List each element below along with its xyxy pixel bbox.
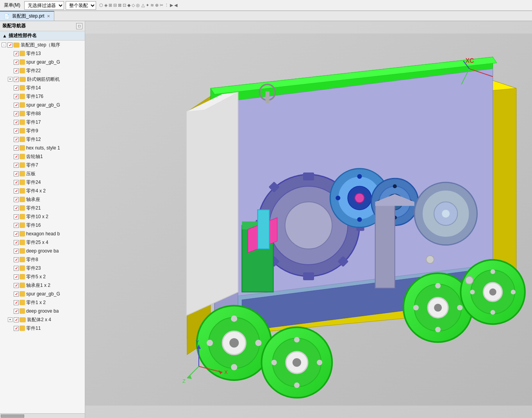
menu-menu[interactable]: 菜单(M)	[2, 1, 23, 9]
tree-checkbox[interactable]	[14, 283, 19, 288]
tree-item[interactable]: 零件23	[0, 264, 85, 272]
tree-checkbox[interactable]	[14, 231, 19, 237]
tree-checkbox[interactable]	[14, 257, 19, 262]
tree-checkbox[interactable]	[14, 180, 19, 185]
tree-checkbox[interactable]	[14, 68, 19, 73]
tree-item[interactable]: 齿轮轴1	[0, 152, 85, 161]
tree-checkbox[interactable]	[14, 154, 19, 159]
tree-item-label: 零件22	[26, 68, 41, 74]
tree-item[interactable]: 零件1 x 2	[0, 298, 85, 307]
machine-viewport-svg: XC X Y Z	[85, 21, 532, 418]
tree-item-label: deep groove ba	[26, 308, 59, 314]
tree-checkbox[interactable]	[14, 292, 19, 297]
left-scrollbar[interactable]	[0, 413, 85, 418]
tree-checkbox[interactable]	[14, 326, 19, 331]
svg-point-40	[442, 210, 450, 217]
tree-item-label: 零件9	[26, 128, 38, 134]
expand-button[interactable]: -	[2, 43, 6, 47]
tree-item[interactable]: -装配图_step（顺序	[0, 41, 85, 49]
svg-point-82	[511, 290, 516, 294]
panel-minimize-button[interactable]: □	[76, 23, 82, 29]
tree-checkbox[interactable]	[14, 223, 19, 228]
tree-item[interactable]: hexagon head b	[0, 229, 85, 238]
tree-checkbox[interactable]	[14, 60, 19, 65]
tree-item[interactable]: 零件22	[0, 66, 85, 75]
gear-icon	[20, 102, 25, 108]
tree-item[interactable]: 轴承座1 x 2	[0, 281, 85, 290]
tab-close-button[interactable]: ✕	[47, 14, 50, 18]
tree-item[interactable]: 零件25 x 4	[0, 238, 85, 247]
tree-item-label: 零件12	[26, 136, 41, 143]
tree-checkbox[interactable]	[14, 85, 19, 91]
tree-checkbox[interactable]	[14, 197, 19, 202]
tree-checkbox[interactable]	[14, 51, 19, 56]
tree-item[interactable]: deep groove ba	[0, 307, 85, 315]
tree-item-label: 零件13	[26, 50, 41, 57]
tree-item[interactable]: 零件10 x 2	[0, 212, 85, 221]
tree-checkbox[interactable]	[14, 128, 19, 133]
tree-checkbox[interactable]	[14, 300, 19, 305]
tree-item[interactable]: deep groove ba	[0, 247, 85, 255]
tree-item[interactable]: 零件16	[0, 221, 85, 229]
tree-item[interactable]: 零件4 x 2	[0, 187, 85, 195]
tree-checkbox[interactable]	[14, 240, 19, 245]
tree-checkbox[interactable]	[7, 43, 12, 48]
gear-icon	[20, 283, 25, 288]
scope-select[interactable]: 整个装配	[66, 1, 96, 10]
tree-item[interactable]: 零件7	[0, 161, 85, 169]
tree-item[interactable]: 压板	[0, 169, 85, 178]
tree-item[interactable]: 零件176	[0, 92, 85, 101]
svg-text:XC: XC	[465, 57, 474, 64]
tree-container[interactable]: -装配图_step（顺序零件13spur gear_gb_G零件22+卧式钢筋切…	[0, 41, 85, 413]
tree-item[interactable]: 零件11	[0, 324, 85, 333]
tree-item[interactable]: 零件5 x 2	[0, 272, 85, 281]
gear-icon	[20, 68, 25, 73]
expand-button[interactable]: +	[8, 77, 12, 82]
tree-item[interactable]: spur gear_gb_G	[0, 58, 85, 66]
tree-item[interactable]: 零件8	[0, 255, 85, 264]
gear-icon	[20, 231, 25, 237]
tree-item[interactable]: spur gear_gb_G	[0, 101, 85, 109]
filter-select[interactable]: 无选择过滤器	[24, 1, 64, 10]
tree-checkbox[interactable]	[14, 94, 19, 99]
scrollbar-thumb[interactable]	[1, 414, 24, 418]
tree-checkbox[interactable]	[14, 249, 19, 254]
tree-checkbox[interactable]	[14, 274, 19, 279]
tree-item[interactable]: 零件14	[0, 84, 85, 92]
tree-checkbox[interactable]	[14, 317, 19, 322]
tree-checkbox[interactable]	[14, 103, 19, 108]
tree-item[interactable]: spur gear_gb_G	[0, 290, 85, 298]
svg-point-79	[491, 269, 495, 274]
tree-checkbox[interactable]	[14, 266, 19, 271]
tree-checkbox[interactable]	[14, 77, 19, 82]
tree-item[interactable]: 零件13	[0, 49, 85, 58]
tree-item[interactable]: hex nuts, style 1	[0, 144, 85, 152]
tree-item[interactable]: +装配体2 x 4	[0, 315, 85, 324]
viewport[interactable]: XC X Y Z	[85, 21, 532, 418]
tree-item[interactable]: 零件12	[0, 135, 85, 144]
tree-checkbox[interactable]	[14, 171, 19, 176]
tree-checkbox[interactable]	[14, 111, 19, 116]
tab-assembly[interactable]: 📄 装配图_step.prt ✕	[0, 11, 54, 21]
tree-item[interactable]: 零件17	[0, 118, 85, 126]
tree-checkbox[interactable]	[14, 189, 19, 194]
tree-checkbox[interactable]	[14, 120, 19, 125]
tree-item[interactable]: 零件88	[0, 109, 85, 118]
tree-item[interactable]: 零件24	[0, 178, 85, 187]
tree-checkbox[interactable]	[14, 137, 19, 142]
column-header[interactable]: ▲ 描述性部件名	[0, 31, 85, 41]
tree-checkbox[interactable]	[14, 163, 19, 168]
tree-item[interactable]: 零件9	[0, 126, 85, 135]
tree-checkbox[interactable]	[14, 146, 19, 151]
tree-item[interactable]: +卧式钢筋切断机	[0, 75, 85, 84]
tree-item[interactable]: 轴承座	[0, 195, 85, 204]
gear-icon	[20, 51, 25, 56]
expand-button[interactable]: +	[8, 317, 12, 322]
tree-item[interactable]: 零件21	[0, 204, 85, 212]
tree-checkbox[interactable]	[14, 309, 19, 314]
tree-item-label: 零件176	[26, 93, 43, 100]
svg-point-56	[231, 364, 237, 370]
tree-checkbox[interactable]	[14, 206, 19, 211]
tree-checkbox[interactable]	[14, 214, 19, 219]
gear-icon	[20, 257, 25, 262]
